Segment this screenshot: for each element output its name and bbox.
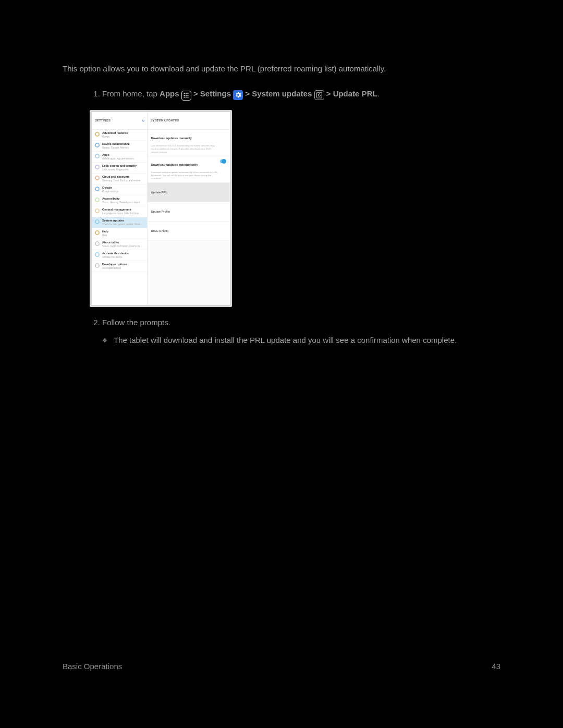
- apps-icon: [181, 91, 191, 101]
- item-sub: Samsung Cloud, Backup and restore: [102, 179, 141, 182]
- step1-apps-label: Apps: [160, 89, 179, 98]
- item-text: System updatesCheck for new system updat…: [102, 219, 143, 226]
- svg-point-10: [95, 132, 99, 135]
- item-icon: [95, 219, 100, 224]
- item-sub: Games: [102, 135, 128, 139]
- settings-icon: [233, 90, 243, 100]
- svg-point-8: [188, 96, 189, 97]
- item-icon: [95, 208, 100, 213]
- system-update-row: Update PRL: [148, 183, 230, 202]
- item-label: Apps: [102, 153, 109, 156]
- svg-point-4: [186, 95, 187, 96]
- step1-period: .: [377, 89, 380, 98]
- item-sub: Vision, Hearing, Dexterity and interacti…: [102, 201, 143, 204]
- item-label: Advanced features: [102, 131, 128, 134]
- settings-left-item: Activate this deviceActivate this device: [92, 250, 147, 261]
- item-text: GoogleGoogle settings: [102, 186, 118, 193]
- item-label: Cloud and accounts: [102, 175, 130, 178]
- item-icon: [95, 143, 100, 147]
- item-sub: Language and input, Date and time, Res…: [102, 212, 143, 215]
- settings-left-item: Cloud and accountsSamsung Cloud, Backup …: [92, 174, 147, 184]
- item-text: About tabletStatus, Legal information, D…: [102, 241, 143, 248]
- item-icon: [95, 198, 100, 202]
- item-label: General management: [102, 208, 131, 211]
- step1-prefix: From home, tap: [102, 89, 160, 98]
- item-sub: Battery, Storage, Memory: [102, 146, 130, 150]
- item-label: Accessibility: [102, 197, 120, 200]
- svg-point-18: [95, 219, 99, 223]
- svg-point-22: [95, 263, 99, 267]
- screenshot-right-pane: SYSTEM UPDATES Download updates manually…: [148, 112, 230, 305]
- item-text: Device maintenanceBattery, Storage, Memo…: [102, 142, 130, 150]
- footer-page-number: 43: [492, 662, 500, 671]
- step-1: From home, tap Apps > Settings > System …: [102, 88, 563, 307]
- item-icon: [95, 165, 100, 169]
- download-auto-title: Download updates automatically: [151, 158, 226, 171]
- item-sub: Default apps, App permissions: [102, 157, 134, 161]
- bullet-text: The tablet will download and install the…: [114, 334, 457, 347]
- item-sub: Activate this device: [102, 255, 129, 259]
- item-sub: Lock screen, Fingerprints: [102, 168, 137, 171]
- item-icon: [95, 132, 100, 137]
- settings-left-item: GoogleGoogle settings: [92, 184, 147, 195]
- item-icon: [95, 252, 100, 257]
- item-icon: [95, 187, 100, 191]
- search-icon: ⌕: [142, 114, 144, 127]
- settings-title: SETTINGS: [95, 114, 111, 127]
- svg-point-16: [95, 198, 99, 201]
- item-sub: Google settings: [102, 190, 118, 193]
- bullet-icon: ❖: [102, 334, 107, 347]
- item-icon: [95, 154, 100, 158]
- svg-point-11: [95, 143, 99, 146]
- intro-paragraph: This option allows you to download and u…: [0, 63, 563, 75]
- svg-point-21: [95, 252, 99, 256]
- settings-left-item: AccessibilityVision, Hearing, Dexterity …: [92, 195, 147, 206]
- item-label: Device maintenance: [102, 142, 130, 145]
- settings-left-item: AppsDefault apps, App permissions: [92, 152, 147, 163]
- system-updates-title: SYSTEM UPDATES: [148, 112, 230, 130]
- item-icon: [95, 230, 100, 235]
- download-manually-desc: Last checked on: 6/11/17 Downloading via…: [151, 144, 226, 154]
- steps-list: From home, tap Apps > Settings > System …: [0, 88, 563, 347]
- svg-point-1: [186, 93, 187, 94]
- footer-section: Basic Operations: [63, 662, 122, 671]
- item-label: Lock screen and security: [102, 164, 137, 167]
- step2-bullet-row: ❖ The tablet will download and install t…: [102, 334, 563, 347]
- item-label: Developer options: [102, 263, 127, 266]
- system-updates-icon: [314, 90, 324, 100]
- item-text: Lock screen and securityLock screen, Fin…: [102, 164, 137, 171]
- arrow-3: >: [326, 89, 333, 98]
- settings-left-item: System updatesCheck for new system updat…: [92, 217, 147, 228]
- svg-point-14: [95, 176, 99, 179]
- download-auto-desc: Download software updates automatically …: [151, 171, 226, 180]
- settings-left-item: HelpHelp: [92, 228, 147, 239]
- svg-point-6: [184, 96, 185, 97]
- item-sub: Developer options: [102, 266, 127, 270]
- page-footer: Basic Operations 43: [0, 662, 563, 728]
- svg-point-13: [95, 165, 99, 168]
- document-page: This option allows you to download and u…: [0, 0, 563, 728]
- item-sub: Help: [102, 233, 108, 237]
- download-manually-title: Download updates manually: [151, 132, 226, 144]
- item-text: HelpHelp: [102, 230, 108, 237]
- item-text: AccessibilityVision, Hearing, Dexterity …: [102, 197, 143, 204]
- svg-point-12: [95, 154, 99, 157]
- arrow-2: >: [245, 89, 252, 98]
- download-auto-block: Download updates automatically Download …: [148, 156, 230, 183]
- screenshot-left-pane: SETTINGS ⌕ Advanced featuresGamesDevice …: [92, 112, 148, 305]
- settings-left-item: General managementLanguage and input, Da…: [92, 206, 147, 217]
- item-sub: Status, Legal information, Device name: [102, 244, 143, 248]
- svg-point-20: [95, 241, 99, 245]
- step2-text: Follow the prompts.: [102, 318, 170, 327]
- svg-point-17: [95, 208, 99, 212]
- item-text: Activate this deviceActivate this device: [102, 252, 129, 259]
- svg-point-2: [188, 93, 189, 94]
- svg-point-5: [188, 95, 189, 96]
- item-label: About tablet: [102, 241, 119, 244]
- item-text: Cloud and accountsSamsung Cloud, Backup …: [102, 175, 141, 182]
- screenshot-left-header: SETTINGS ⌕: [92, 112, 147, 130]
- step1-updateprl-label: Update PRL: [333, 89, 377, 98]
- item-label: Help: [102, 230, 108, 233]
- item-icon: [95, 241, 100, 246]
- item-text: AppsDefault apps, App permissions: [102, 153, 134, 161]
